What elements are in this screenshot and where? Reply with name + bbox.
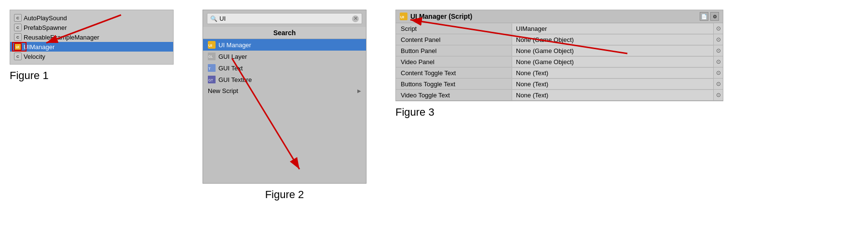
inspector-dot-videopanel: ⊙ [713,56,723,67]
inspector-uimanager-icon: UI [400,13,407,20]
inspector-value-videotoggle[interactable]: None (Text) [512,90,713,100]
inspector-panel: UI UI Manager (Script) 📄 ⚙ Script UIMana… [395,10,723,101]
figure2-wrapper: 🔍 ✕ Search UI UI Manager GL GUI Layer T [203,10,366,201]
inspector-value-videopanel[interactable]: None (Game Object) [512,57,713,67]
hierarchy-item-velocity[interactable]: C Velocity [10,52,173,61]
result-guitext-icon: T [208,64,216,72]
search-result-uimanager[interactable]: UI UI Manager [203,39,366,51]
inspector-label-videopanel: Video Panel [396,57,512,67]
svg-text:UI: UI [208,43,212,48]
search-clear-button[interactable]: ✕ [352,15,359,22]
figure3-label: Figure 3 [395,106,434,119]
figure2-label: Figure 2 [265,188,304,201]
result-guitexture-label: GUI Texture [218,76,252,83]
inspector-title: UI Manager (Script) [410,13,697,20]
search-magnifier-icon: 🔍 [210,15,217,22]
search-panel-empty [203,96,366,183]
inspector-dot-contentpanel: ⊙ [713,34,723,45]
figure1-label: Figure 1 [10,69,49,82]
submenu-arrow-icon: ▶ [357,88,361,94]
inspector-row-buttonstoggle: Buttons Toggle Text None (Text) ⊙ [396,79,723,90]
result-uimanager-icon: UI [208,41,216,49]
search-result-guilayer[interactable]: GL GUI Layer [203,51,366,62]
inspector-header: UI UI Manager (Script) 📄 ⚙ [396,10,723,23]
search-result-guitext[interactable]: T GUI Text [203,62,366,74]
inspector-label-buttonstoggle: Buttons Toggle Text [396,79,512,89]
inspector-value-contenttoggle[interactable]: None (Text) [512,68,713,78]
inspector-dot-buttonstoggle: ⊙ [713,79,723,89]
inspector-gear-icon[interactable]: ⚙ [710,12,719,21]
inspector-label-videotoggle: Video Toggle Text [396,90,512,100]
autoplay-icon: C [14,14,22,22]
hierarchy-item-reusable[interactable]: C ReusableExampleManager [10,32,173,42]
figure1-panel: C AutoPlaySound C PrefabSpawner C Reusab… [10,10,174,65]
figure3-wrapper: UI UI Manager (Script) 📄 ⚙ Script UIMana… [395,10,723,119]
search-result-newscript[interactable]: New Script ▶ [203,85,366,96]
hierarchy-item-prefab[interactable]: C PrefabSpawner [10,23,173,32]
inspector-value-buttonstoggle[interactable]: None (Text) [512,79,713,89]
uimanager-icon: UI [14,43,22,51]
search-result-guitexture[interactable]: GT GUI Texture [203,74,366,85]
prefab-icon: C [14,24,22,31]
result-guilayer-label: GUI Layer [218,53,247,60]
velocity-icon: C [14,53,22,60]
inspector-value-script[interactable]: UIManager [512,24,713,34]
inspector-value-buttonpanel[interactable]: None (Game Object) [512,46,713,56]
hierarchy-item-uimanager[interactable]: UI UIManager [10,42,173,52]
search-header: Search [203,27,366,39]
inspector-bookmark-icon[interactable]: 📄 [700,12,708,21]
inspector-dot-buttonpanel: ⊙ [713,45,723,56]
search-panel: 🔍 ✕ Search UI UI Manager GL GUI Layer T [203,10,366,184]
search-input-bar[interactable]: 🔍 ✕ [207,13,362,24]
inspector-row-script: Script UIManager ⊙ [396,23,723,34]
svg-text:GL: GL [208,55,213,58]
hierarchy-item-autoplay[interactable]: C AutoPlaySound [10,13,173,23]
inspector-label-script: Script [396,24,512,34]
svg-text:GT: GT [208,79,213,82]
inspector-label-contentpanel: Content Panel [396,35,512,45]
inspector-label-buttonpanel: Button Panel [396,46,512,56]
inspector-label-contenttoggle: Content Toggle Text [396,68,512,78]
inspector-dot-contenttoggle: ⊙ [713,67,723,78]
result-newscript-label: New Script [208,87,238,94]
figure1-wrapper: C AutoPlaySound C PrefabSpawner C Reusab… [10,10,174,82]
inspector-row-buttonpanel: Button Panel None (Game Object) ⊙ [396,45,723,56]
inspector-row-contentpanel: Content Panel None (Game Object) ⊙ [396,34,723,45]
inspector-row-videotoggle: Video Toggle Text None (Text) ⊙ [396,90,723,101]
reusable-icon: C [14,33,22,41]
inspector-value-contentpanel[interactable]: None (Game Object) [512,35,713,45]
result-guitexture-icon: GT [208,76,216,83]
inspector-dot-script: ⊙ [713,23,723,34]
search-input[interactable] [219,15,350,22]
inspector-dot-videotoggle: ⊙ [713,90,723,100]
result-guitext-label: GUI Text [218,65,243,72]
inspector-icon-group: 📄 ⚙ [700,12,719,21]
inspector-row-videopanel: Video Panel None (Game Object) ⊙ [396,56,723,67]
inspector-row-contenttoggle: Content Toggle Text None (Text) ⊙ [396,67,723,79]
svg-text:UI: UI [16,45,19,49]
result-guilayer-icon: GL [208,53,216,60]
svg-text:UI: UI [400,15,404,19]
svg-text:T: T [208,67,211,71]
result-uimanager-label: UI Manager [218,41,251,49]
